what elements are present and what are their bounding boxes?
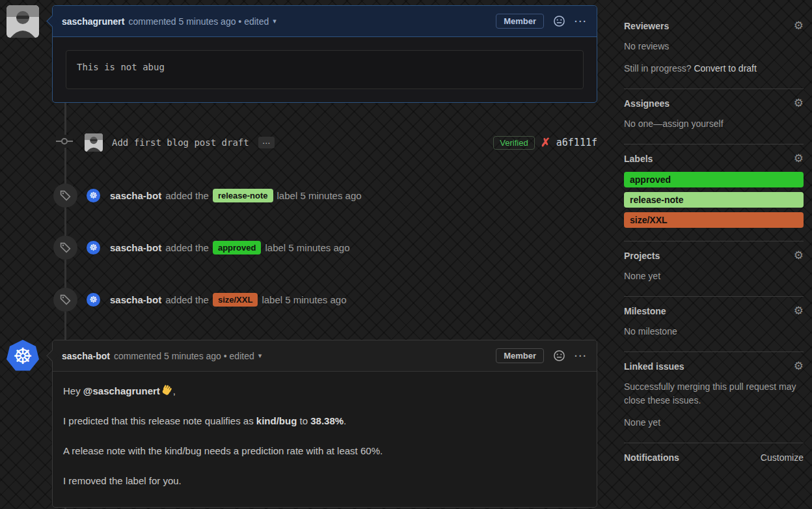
- emoji-reaction-icon[interactable]: [553, 15, 565, 27]
- kubernetes-logo: ☸: [7, 340, 39, 372]
- event-suffix: label 5 minutes ago: [265, 242, 349, 253]
- convert-to-draft-link[interactable]: Convert to draft: [694, 63, 757, 74]
- bubble-caret: [46, 15, 58, 27]
- comment-saschagrunert: saschagrunert commented 5 minutes ago • …: [52, 5, 597, 103]
- label-event-row: ☸ sascha-bot added the approved label 5 …: [52, 235, 597, 260]
- kubernetes-wheel-icon: ☸: [89, 295, 98, 304]
- sidebar: Reviewers ⚙ No reviews Still in progress…: [624, 12, 804, 476]
- comment-author[interactable]: saschagrunert: [62, 16, 124, 27]
- comment-timestamp[interactable]: commented 5 minutes ago • edited: [128, 16, 269, 27]
- event-action: added the: [165, 190, 209, 201]
- linked-issues-empty-text: None yet: [624, 416, 804, 430]
- member-badge[interactable]: Member: [496, 348, 544, 363]
- bot-avatar[interactable]: ☸: [87, 241, 100, 255]
- projects-title[interactable]: Projects: [624, 251, 660, 261]
- sidebar-section-milestone: Milestone ⚙ No milestone: [624, 297, 804, 352]
- label-event-row: ☸ sascha-bot added the release-note labe…: [52, 183, 597, 208]
- labels-title[interactable]: Labels: [624, 154, 653, 164]
- gear-icon[interactable]: ⚙: [794, 21, 804, 31]
- comment-timestamp[interactable]: commented 5 minutes ago • edited: [114, 351, 254, 361]
- kebab-menu-icon[interactable]: ···: [575, 351, 588, 361]
- reviewers-empty-text: No reviews: [624, 40, 804, 53]
- sidebar-label-size-xxl[interactable]: size/XXL: [624, 212, 804, 228]
- event-actor[interactable]: sascha-bot: [110, 294, 161, 305]
- event-actor[interactable]: sascha-bot: [110, 242, 161, 253]
- gear-icon[interactable]: ⚙: [794, 361, 804, 372]
- gear-icon[interactable]: ⚙: [794, 306, 804, 316]
- comment-header: sascha-bot commented 5 minutes ago • edi…: [53, 340, 597, 372]
- git-commit-icon: [56, 135, 73, 148]
- prediction-text: I predicted that this release note quali…: [63, 415, 256, 426]
- label-pill[interactable]: approved: [213, 241, 262, 255]
- commit-expander-button[interactable]: …: [258, 137, 275, 148]
- label-pill[interactable]: release-note: [213, 189, 273, 202]
- tag-icon: [53, 184, 77, 208]
- event-actor[interactable]: sascha-bot: [110, 190, 161, 201]
- avatar[interactable]: [7, 5, 39, 38]
- kubernetes-wheel-icon: ☸: [89, 243, 98, 252]
- assignees-title[interactable]: Assignees: [624, 98, 670, 109]
- reviewers-hint: Still in progress? Convert to draft: [624, 62, 804, 76]
- event-action: added the: [165, 242, 209, 253]
- commit-row: Add first blog post draft … Verified ✗ a…: [52, 133, 597, 152]
- sidebar-section-notifications: Notifications Customize: [624, 443, 804, 476]
- comment-header: saschagrunert commented 5 minutes ago • …: [53, 6, 597, 37]
- bot-avatar[interactable]: ☸: [87, 189, 100, 202]
- label-event-row: ☸ sascha-bot added the size/XXL label 5 …: [52, 287, 597, 312]
- kubernetes-wheel-icon: ☸: [89, 191, 98, 200]
- comment-body: Hey @saschagrunert, I predicted that thi…: [53, 372, 597, 507]
- wave-hand-icon: [161, 385, 173, 396]
- kind-bug-text: kind/bug: [256, 415, 297, 426]
- milestone-title[interactable]: Milestone: [624, 306, 666, 316]
- linked-issues-description: Successfully merging this pull request m…: [624, 380, 804, 407]
- member-badge[interactable]: Member: [496, 14, 544, 29]
- sidebar-label-approved[interactable]: approved: [624, 172, 804, 187]
- emoji-reaction-icon[interactable]: [553, 350, 565, 362]
- comment-paragraph: A release note with the kind/bug needs a…: [63, 443, 586, 459]
- gear-icon[interactable]: ⚙: [794, 251, 804, 261]
- commit-message[interactable]: Add first blog post draft: [112, 137, 249, 148]
- commit-author-avatar[interactable]: [85, 133, 103, 152]
- commit-sha-link[interactable]: a6f111f: [556, 137, 597, 148]
- comment-paragraph: I predicted that this release note quali…: [63, 413, 586, 429]
- sidebar-section-reviewers: Reviewers ⚙ No reviews Still in progress…: [624, 12, 804, 89]
- comment-body: This is not abug: [53, 37, 597, 102]
- greeting-suffix: ,: [173, 385, 176, 396]
- gear-icon[interactable]: ⚙: [794, 98, 804, 109]
- comment-paragraph: I removed the label for you.: [63, 473, 586, 489]
- event-action: added the: [165, 294, 209, 305]
- verified-badge[interactable]: Verified: [493, 136, 534, 150]
- edited-dropdown-icon[interactable]: ▾: [273, 17, 277, 25]
- bot-avatar[interactable]: ☸: [87, 293, 100, 307]
- sidebar-label-release-note[interactable]: release-note: [624, 192, 804, 208]
- user-photo: [7, 5, 39, 38]
- kebab-menu-icon[interactable]: ···: [575, 16, 588, 27]
- gear-icon[interactable]: ⚙: [794, 154, 804, 164]
- comment-paragraph: Hey @saschagrunert,: [63, 383, 586, 399]
- label-pill[interactable]: size/XXL: [213, 293, 258, 307]
- linked-issues-title[interactable]: Linked issues: [624, 361, 684, 372]
- customize-link[interactable]: Customize: [761, 452, 804, 463]
- mention-link[interactable]: @saschagrunert: [83, 385, 160, 396]
- assignees-prefix: No one—: [624, 118, 662, 129]
- comment-author[interactable]: sascha-bot: [62, 351, 110, 361]
- assign-yourself-link[interactable]: assign yourself: [662, 118, 723, 129]
- pull-request-page: saschagrunert commented 5 minutes ago • …: [0, 0, 812, 509]
- sidebar-section-labels: Labels ⚙ approved release-note size/XXL: [624, 144, 804, 241]
- edited-dropdown-icon[interactable]: ▾: [258, 351, 262, 360]
- reviewers-title[interactable]: Reviewers: [624, 21, 669, 31]
- projects-empty-text: None yet: [624, 269, 804, 283]
- greeting-text: Hey: [63, 385, 83, 396]
- notifications-title[interactable]: Notifications: [624, 452, 679, 463]
- hint-prefix: Still in progress?: [624, 63, 694, 74]
- bot-avatar-large[interactable]: ☸: [7, 340, 39, 372]
- prediction-percent: 38.38%: [310, 415, 344, 426]
- sidebar-section-linked-issues: Linked issues ⚙ Successfully merging thi…: [624, 352, 804, 443]
- status-failed-icon[interactable]: ✗: [541, 135, 550, 150]
- bubble-caret: [46, 350, 58, 361]
- sidebar-section-projects: Projects ⚙ None yet: [624, 241, 804, 297]
- kubernetes-wheel-icon: ☸: [13, 345, 33, 367]
- tag-icon: [53, 236, 77, 260]
- assignees-empty-text: No one—assign yourself: [624, 117, 804, 131]
- comment-sascha-bot: sascha-bot commented 5 minutes ago • edi…: [52, 340, 597, 508]
